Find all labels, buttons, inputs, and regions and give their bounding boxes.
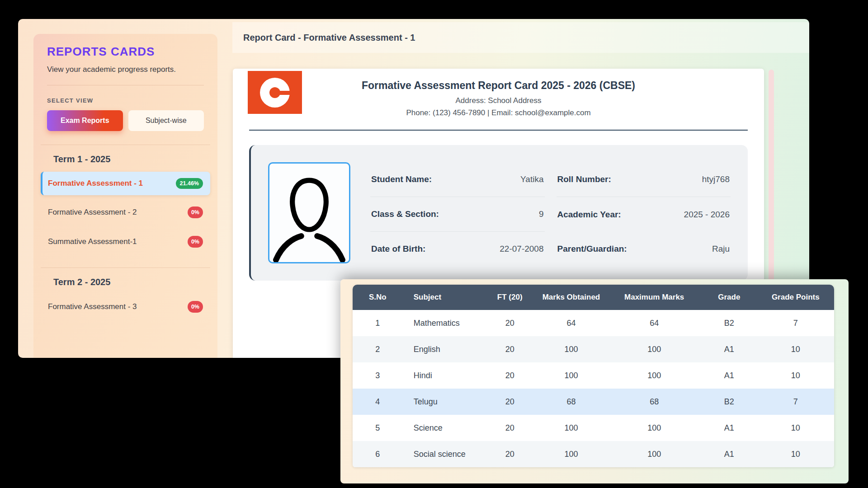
- cell-grade: A1: [701, 415, 757, 441]
- cell-ft: 20: [485, 389, 535, 415]
- cell-sno: 5: [353, 415, 403, 441]
- cell-subject: Hindi: [403, 362, 485, 389]
- cell-marks-obtained: 100: [535, 336, 608, 362]
- term-label: Term 2 - 2025: [53, 277, 210, 287]
- student-photo: [268, 162, 350, 263]
- info-label: Academic Year:: [557, 210, 621, 220]
- cell-grade: B2: [701, 389, 757, 415]
- cell-grade: A1: [701, 362, 757, 389]
- cell-grade-points: 10: [757, 441, 834, 467]
- cell-marks-obtained: 100: [535, 415, 608, 441]
- info-value: 22-07-2008: [500, 244, 543, 254]
- cell-ft: 20: [485, 310, 535, 336]
- progress-badge: 0%: [188, 301, 203, 313]
- school-address: Address: School Address: [249, 96, 748, 105]
- term-items: Formative Assessment - 3 0%: [41, 295, 210, 319]
- cell-ft: 20: [485, 362, 535, 389]
- info-label: Roll Number:: [557, 174, 611, 184]
- cell-maximum-marks: 68: [607, 389, 701, 415]
- c-mark-icon: [260, 78, 290, 108]
- cell-subject: English: [403, 336, 485, 362]
- table-row[interactable]: 3 Hindi 20 100 100 A1 10: [353, 362, 834, 389]
- cell-grade: A1: [701, 336, 757, 362]
- school-logo-icon: [248, 71, 302, 114]
- reports-cards-title: REPORTS CARDS: [47, 45, 204, 59]
- cell-maximum-marks: 100: [607, 362, 701, 389]
- page-title: Report Card - Formative Assessment - 1: [243, 33, 415, 43]
- progress-badge: 0%: [188, 206, 203, 218]
- vertical-scrollbar[interactable]: [769, 70, 774, 296]
- info-field: Academic Year: 2025 - 2026: [557, 197, 731, 232]
- cell-sno: 3: [353, 362, 403, 389]
- marks-table-wrap: S.No Subject FT (20) Marks Obtained Maxi…: [353, 285, 834, 467]
- sidebar: REPORTS CARDS View your academic progres…: [33, 34, 217, 358]
- cell-ft: 20: [485, 336, 535, 362]
- cell-sno: 6: [353, 441, 403, 467]
- sidebar-item-assessment[interactable]: Formative Assessment - 3 0%: [41, 295, 210, 319]
- info-label: Class & Section:: [371, 209, 439, 219]
- progress-badge: 21.46%: [176, 178, 203, 189]
- select-view-label: SELECT VIEW: [47, 97, 204, 104]
- table-row[interactable]: 6 Social science 20 100 100 A1 10: [353, 441, 834, 467]
- cell-grade-points: 7: [757, 310, 834, 336]
- term-list: Term 1 - 2025 Formative Assessment - 1 2…: [47, 145, 204, 319]
- table-row[interactable]: 4 Telugu 20 68 68 B2 7: [353, 389, 834, 415]
- progress-badge: 0%: [188, 236, 203, 248]
- header-divider: [249, 130, 748, 131]
- info-label: Student Name:: [371, 174, 432, 184]
- view-toggle-button[interactable]: Subject-wise: [128, 110, 204, 131]
- sidebar-item-assessment[interactable]: Summative Assessment-1 0%: [41, 230, 210, 254]
- cell-subject: Mathematics: [403, 310, 485, 336]
- reports-subtitle: View your academic progress reports.: [47, 65, 204, 85]
- cell-maximum-marks: 64: [607, 310, 701, 336]
- info-field: Date of Birth: 22-07-2008: [370, 232, 545, 266]
- sidebar-item-label: Formative Assessment - 2: [48, 208, 137, 217]
- marks-panel: S.No Subject FT (20) Marks Obtained Maxi…: [340, 279, 849, 483]
- term-label: Term 1 - 2025: [53, 154, 210, 164]
- info-field: Roll Number: htyj768: [557, 162, 731, 197]
- school-contact: Phone: (123) 456-7890 | Email: school@ex…: [249, 108, 748, 117]
- sidebar-item-label: Summative Assessment-1: [48, 237, 137, 246]
- cell-marks-obtained: 100: [535, 362, 608, 389]
- cell-subject: Social science: [403, 441, 485, 467]
- school-title: Formative Assessment Report Card 2025 - …: [249, 80, 748, 92]
- sidebar-item-label: Formative Assessment - 3: [48, 302, 137, 311]
- table-row[interactable]: 1 Mathematics 20 64 64 B2 7: [353, 310, 834, 336]
- column-header-grade-points: Grade Points: [757, 285, 834, 310]
- view-toggle-button[interactable]: Exam Reports: [47, 110, 123, 131]
- student-fields: Student Name: Yatika Roll Number: htyj76…: [370, 162, 731, 263]
- cell-grade-points: 10: [757, 336, 834, 362]
- cell-ft: 20: [485, 441, 535, 467]
- student-info-panel: Student Name: Yatika Roll Number: htyj76…: [249, 145, 748, 281]
- cell-marks-obtained: 68: [535, 389, 608, 415]
- cell-grade: B2: [701, 310, 757, 336]
- cell-maximum-marks: 100: [607, 336, 701, 362]
- info-field: Parent/Guardian: Raju: [557, 232, 731, 266]
- term-items: Formative Assessment - 1 21.46% Formativ…: [41, 172, 210, 254]
- table-row[interactable]: 5 Science 20 100 100 A1 10: [353, 415, 834, 441]
- cell-maximum-marks: 100: [607, 415, 701, 441]
- info-value: 9: [539, 209, 544, 219]
- cell-marks-obtained: 64: [535, 310, 608, 336]
- cell-grade-points: 10: [757, 415, 834, 441]
- marks-table: S.No Subject FT (20) Marks Obtained Maxi…: [353, 285, 834, 467]
- sidebar-item-assessment[interactable]: Formative Assessment - 2 0%: [41, 200, 210, 225]
- sidebar-item-assessment[interactable]: Formative Assessment - 1 21.46%: [41, 172, 210, 195]
- cell-grade-points: 7: [757, 389, 834, 415]
- table-row[interactable]: 2 English 20 100 100 A1 10: [353, 336, 834, 362]
- marks-table-header: S.No Subject FT (20) Marks Obtained Maxi…: [353, 285, 834, 310]
- screen: { "sidebar": { "title": "REPORTS CARDS",…: [0, 0, 868, 488]
- info-field: Student Name: Yatika: [370, 162, 545, 197]
- school-header: Formative Assessment Report Card 2025 - …: [233, 69, 764, 117]
- column-header-ft: FT (20): [485, 285, 535, 310]
- cell-subject: Science: [403, 415, 485, 441]
- info-value: 2025 - 2026: [684, 210, 730, 220]
- cell-ft: 20: [485, 415, 535, 441]
- info-field: Class & Section: 9: [370, 197, 545, 232]
- info-value: Raju: [712, 244, 730, 254]
- column-header-grade: Grade: [701, 285, 757, 310]
- info-label: Date of Birth:: [371, 244, 425, 254]
- cell-subject: Telugu: [403, 389, 485, 415]
- info-label: Parent/Guardian:: [557, 244, 627, 254]
- column-header-sno: S.No: [353, 285, 403, 310]
